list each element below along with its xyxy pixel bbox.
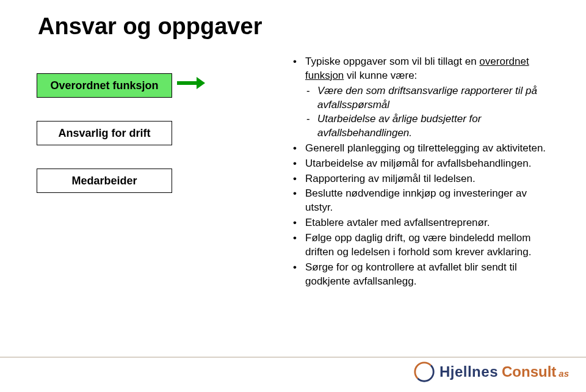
bullet-7: Følge opp daglig drift, og være bindeled… bbox=[292, 231, 549, 260]
bullet-intro: Typiske oppgaver som vil bli tillagt en … bbox=[292, 55, 549, 140]
logo-text: Hjellnes Consult as bbox=[440, 363, 569, 380]
logo-name: Hjellnes bbox=[440, 363, 498, 380]
bullet-5: Beslutte nødvendige innkjøp og investeri… bbox=[292, 187, 549, 215]
box-overordnet: Overordnet funksjon bbox=[37, 73, 172, 98]
svg-point-1 bbox=[413, 360, 436, 383]
intro-text-c: vil kunne være: bbox=[344, 70, 417, 81]
bullet-4: Rapportering av miljømål til ledelsen. bbox=[292, 172, 549, 186]
company-logo: Hjellnes Consult as bbox=[413, 360, 569, 383]
org-boxes: Overordnet funksjon Ansvarlig for drift … bbox=[37, 73, 172, 193]
content-block: Typiske oppgaver som vil bli tillagt en … bbox=[292, 55, 549, 290]
sub-bullet-2: Utarbeidelse av årlige budsjetter for av… bbox=[305, 112, 549, 140]
logo-icon bbox=[413, 360, 436, 383]
logo-as: as bbox=[559, 368, 569, 379]
box-ansvarlig: Ansvarlig for drift bbox=[37, 121, 172, 145]
bullet-8: Sørge for og kontrollere at avfallet bli… bbox=[292, 261, 549, 289]
svg-point-0 bbox=[413, 360, 436, 383]
bullet-3: Utarbeidelse av miljømål for avfallsbeha… bbox=[292, 157, 549, 171]
intro-text-a: Typiske oppgaver som vil bli tillagt en bbox=[305, 56, 479, 67]
bullet-6: Etablere avtaler med avfallsentreprenør. bbox=[292, 216, 549, 230]
arrow-icon bbox=[177, 77, 205, 89]
logo-suffix: Consult bbox=[502, 363, 556, 380]
slide: Ansvar og oppgaver Overordnet funksjon A… bbox=[0, 0, 586, 392]
footer-divider bbox=[0, 357, 586, 358]
bullet-2: Generell planlegging og tilrettelegging … bbox=[292, 142, 549, 156]
slide-title: Ansvar og oppgaver bbox=[38, 13, 262, 40]
sub-bullet-1: Være den som driftsansvarlige rapportere… bbox=[305, 84, 549, 112]
box-medarbeider: Medarbeider bbox=[37, 169, 172, 193]
